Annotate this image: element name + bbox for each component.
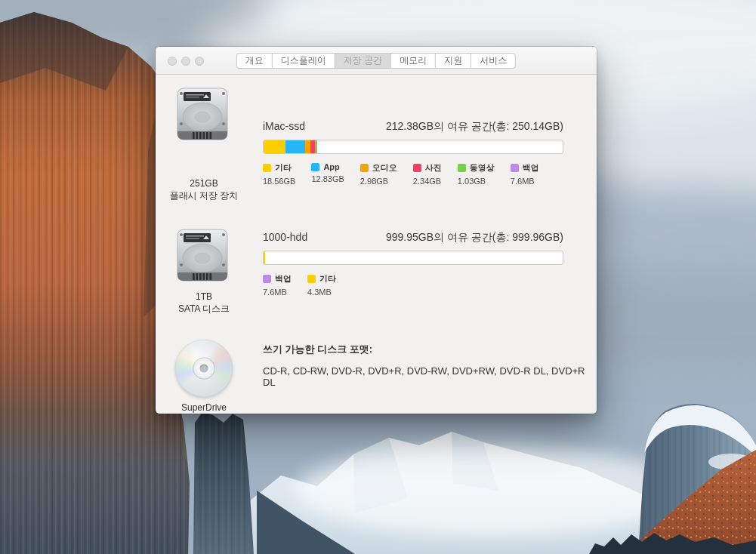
legend-value: 18.56GB: [263, 177, 295, 186]
legend-value: 1.03GB: [458, 177, 495, 186]
legend-value: 2.34GB: [413, 177, 442, 186]
tab-service[interactable]: 서비스: [471, 54, 515, 68]
color-swatch-movies: [458, 164, 466, 172]
tab-storage[interactable]: 저장 공간: [335, 54, 390, 68]
color-swatch-backups: [511, 164, 519, 172]
writable-formats-heading: 쓰기 가능한 디스크 포맷:: [263, 343, 372, 356]
disk2-caption: 1TB SATA 디스크: [151, 291, 257, 315]
traffic-lights: [168, 57, 204, 66]
superdrive-name: SuperDrive: [151, 402, 257, 414]
titlebar[interactable]: 개요 디스플레이 저장 공간 메모리 지원 서비스: [156, 47, 597, 75]
disk2-free-space: 999.95GB의 여유 공간(총: 999.96GB): [386, 231, 563, 245]
color-swatch-backups: [263, 275, 271, 283]
storage-pane: 251GB 플래시 저장 장치 iMac-ssd 212.38GB의 여유 공간…: [156, 75, 597, 414]
cd-hole: [200, 365, 208, 373]
disk1-name: iMac-ssd: [263, 120, 305, 134]
bar-segment-audio: [305, 140, 310, 153]
disk2-kind: SATA 디스크: [151, 303, 257, 315]
superdrive-cd-icon: [175, 340, 233, 397]
color-swatch-photos: [413, 164, 421, 172]
disk1-free-space: 212.38GB의 여유 공간(총: 250.14GB): [386, 120, 563, 134]
legend-value: 7.6MB: [511, 177, 539, 186]
legend-label: 기타: [319, 273, 336, 285]
disk1-kind: 플래시 저장 장치: [151, 189, 257, 202]
disk1-legend: 기타 18.56GB App 12.83GB 오디오 2.98GB 사진 2.3…: [263, 162, 539, 186]
internal-drive-icon: [176, 226, 229, 286]
tab-support[interactable]: 지원: [435, 54, 471, 68]
bar-segment-app: [285, 140, 305, 153]
color-swatch-app: [311, 163, 319, 171]
legend-label: 기타: [275, 162, 292, 174]
legend-item-photos: 사진 2.34GB: [413, 162, 442, 186]
legend-label: 오디오: [372, 162, 397, 174]
legend-label: 백업: [275, 273, 292, 285]
disk1-usage-bar: [263, 140, 563, 154]
legend-label: App: [323, 162, 339, 171]
bar-segment-movies: [315, 140, 317, 153]
desktop: 개요 디스플레이 저장 공간 메모리 지원 서비스: [0, 0, 756, 554]
legend-value: 12.83GB: [311, 174, 344, 183]
color-swatch-other: [263, 164, 271, 172]
legend-label: 백업: [523, 162, 539, 174]
legend-item-backups: 백업 7.6MB: [511, 162, 539, 186]
close-button[interactable]: [168, 57, 177, 66]
color-swatch-other: [307, 275, 316, 283]
legend-label: 사진: [425, 162, 442, 174]
internal-drive-icon: [176, 85, 229, 145]
disk2-name: 1000-hdd: [263, 231, 307, 245]
legend-value: 2.98GB: [360, 177, 397, 186]
tab-overview[interactable]: 개요: [237, 54, 272, 68]
legend-item-movies: 동영상 1.03GB: [458, 162, 495, 186]
legend-value: 7.6MB: [263, 288, 292, 297]
legend-item-app: App 12.83GB: [311, 162, 344, 186]
legend-value: 4.3MB: [307, 288, 336, 297]
disk1-caption: 251GB 플래시 저장 장치: [151, 177, 257, 202]
legend-item-backups: 백업 7.6MB: [263, 273, 292, 297]
disk1-capacity: 251GB: [151, 177, 257, 189]
legend-item-other: 기타 4.3MB: [307, 273, 336, 297]
tab-bar: 개요 디스플레이 저장 공간 메모리 지원 서비스: [236, 53, 516, 69]
minimize-button[interactable]: [181, 57, 190, 66]
legend-label: 동영상: [470, 162, 495, 174]
tab-displays[interactable]: 디스플레이: [272, 54, 335, 68]
writable-formats-list: CD-R, CD-RW, DVD-R, DVD+R, DVD-RW, DVD+R…: [263, 365, 597, 388]
legend-item-other: 기타 18.56GB: [263, 162, 295, 186]
disk2-usage-bar: [263, 251, 563, 265]
disk2-capacity: 1TB: [151, 291, 257, 303]
disk2-legend: 백업 7.6MB 기타 4.3MB: [263, 273, 336, 297]
zoom-button[interactable]: [195, 57, 204, 66]
superdrive-caption: SuperDrive: [151, 402, 257, 414]
tab-memory[interactable]: 메모리: [390, 54, 435, 68]
about-this-mac-window: 개요 디스플레이 저장 공간 메모리 지원 서비스: [156, 47, 597, 414]
legend-item-audio: 오디오 2.98GB: [360, 162, 397, 186]
bar-segment-other: [264, 140, 285, 153]
color-swatch-audio: [360, 164, 369, 172]
bar-segment-other: [264, 251, 265, 264]
